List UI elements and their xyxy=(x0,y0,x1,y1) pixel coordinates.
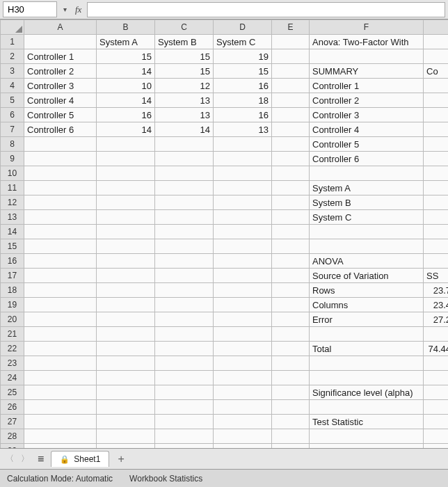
col-header-C[interactable]: C xyxy=(155,20,214,35)
cell-C15[interactable] xyxy=(155,239,214,254)
cell-E23[interactable] xyxy=(272,356,310,371)
cell-A7[interactable]: Controller 6 xyxy=(24,122,97,137)
cell-C18[interactable] xyxy=(155,283,214,298)
cell-E28[interactable] xyxy=(272,429,310,444)
cell-E18[interactable] xyxy=(272,283,310,298)
cell-E26[interactable] xyxy=(272,400,310,415)
cell-A8[interactable] xyxy=(24,137,97,152)
cell-D22[interactable] xyxy=(214,342,272,356)
cell-D2[interactable]: 19 xyxy=(214,49,272,64)
cell-D17[interactable] xyxy=(214,269,272,283)
row-header[interactable]: 2 xyxy=(1,49,24,64)
cell-B19[interactable] xyxy=(97,298,155,312)
cell-G3[interactable]: Co xyxy=(424,64,449,79)
cell-E9[interactable] xyxy=(272,152,310,166)
cell-G8[interactable] xyxy=(424,137,449,152)
cell-C22[interactable] xyxy=(155,342,214,356)
cell-E13[interactable] xyxy=(272,210,310,225)
cell-E11[interactable] xyxy=(272,181,310,195)
cell-G24[interactable] xyxy=(424,371,449,385)
cell-B18[interactable] xyxy=(97,283,155,298)
row-header[interactable]: 11 xyxy=(1,181,24,195)
row-header[interactable]: 4 xyxy=(1,79,24,93)
tab-nav-next-icon[interactable]: 〉 xyxy=(19,453,31,465)
cell-G14[interactable] xyxy=(424,225,449,239)
cell-F2[interactable] xyxy=(310,49,424,64)
cell-D6[interactable]: 16 xyxy=(214,108,272,122)
cell-G18[interactable]: 23.7 xyxy=(424,283,449,298)
cell-A3[interactable]: Controller 2 xyxy=(24,64,97,79)
row-header[interactable]: 18 xyxy=(1,283,24,298)
workbook-stats-label[interactable]: Workbook Statistics xyxy=(129,474,202,484)
cell-G17[interactable]: SS xyxy=(424,269,449,283)
cell-G28[interactable] xyxy=(424,429,449,444)
cell-G20[interactable]: 27.2 xyxy=(424,312,449,327)
cell-D5[interactable]: 18 xyxy=(214,93,272,108)
cell-E27[interactable] xyxy=(272,415,310,429)
cell-C11[interactable] xyxy=(155,181,214,195)
name-box[interactable] xyxy=(3,1,57,17)
calc-mode-label[interactable]: Calculation Mode: Automatic xyxy=(7,474,113,484)
cell-F9[interactable]: Controller 6 xyxy=(310,152,424,166)
cell-G12[interactable] xyxy=(424,195,449,210)
cell-A11[interactable] xyxy=(24,181,97,195)
cell-D11[interactable] xyxy=(214,181,272,195)
cell-F11[interactable]: System A xyxy=(310,181,424,195)
cell-F16[interactable]: ANOVA xyxy=(310,254,424,269)
cell-A14[interactable] xyxy=(24,225,97,239)
cell-C19[interactable] xyxy=(155,298,214,312)
cell-G4[interactable] xyxy=(424,79,449,93)
cell-B9[interactable] xyxy=(97,152,155,166)
cell-F14[interactable] xyxy=(310,225,424,239)
row-header[interactable]: 5 xyxy=(1,93,24,108)
cell-F10[interactable] xyxy=(310,166,424,181)
row-header[interactable]: 21 xyxy=(1,327,24,342)
cell-D4[interactable]: 16 xyxy=(214,79,272,93)
cell-G7[interactable] xyxy=(424,122,449,137)
cell-F12[interactable]: System B xyxy=(310,195,424,210)
cell-A16[interactable] xyxy=(24,254,97,269)
cell-G10[interactable] xyxy=(424,166,449,181)
row-header[interactable]: 1 xyxy=(1,35,24,49)
cell-B12[interactable] xyxy=(97,195,155,210)
col-header-A[interactable]: A xyxy=(24,20,97,35)
cell-B3[interactable]: 14 xyxy=(97,64,155,79)
cell-B7[interactable]: 14 xyxy=(97,122,155,137)
cell-E17[interactable] xyxy=(272,269,310,283)
cell-B25[interactable] xyxy=(97,385,155,400)
cell-B20[interactable] xyxy=(97,312,155,327)
cell-B10[interactable] xyxy=(97,166,155,181)
cell-G27[interactable] xyxy=(424,415,449,429)
cell-F6[interactable]: Controller 3 xyxy=(310,108,424,122)
cell-A18[interactable] xyxy=(24,283,97,298)
cell-C14[interactable] xyxy=(155,225,214,239)
cell-B15[interactable] xyxy=(97,239,155,254)
cell-C4[interactable]: 12 xyxy=(155,79,214,93)
cell-A4[interactable]: Controller 3 xyxy=(24,79,97,93)
cell-D8[interactable] xyxy=(214,137,272,152)
cell-A21[interactable] xyxy=(24,327,97,342)
cell-F8[interactable]: Controller 5 xyxy=(310,137,424,152)
cell-F28[interactable] xyxy=(310,429,424,444)
cell-F20[interactable]: Error xyxy=(310,312,424,327)
add-sheet-icon[interactable]: + xyxy=(113,453,128,465)
cell-D20[interactable] xyxy=(214,312,272,327)
cell-F18[interactable]: Rows xyxy=(310,283,424,298)
cell-F4[interactable]: Controller 1 xyxy=(310,79,424,93)
cell-D19[interactable] xyxy=(214,298,272,312)
cell-B8[interactable] xyxy=(97,137,155,152)
cell-B5[interactable]: 14 xyxy=(97,93,155,108)
cell-B13[interactable] xyxy=(97,210,155,225)
cell-A26[interactable] xyxy=(24,400,97,415)
cell-C1[interactable]: System B xyxy=(155,35,214,49)
cell-F24[interactable] xyxy=(310,371,424,385)
cell-A25[interactable] xyxy=(24,385,97,400)
cell-C21[interactable] xyxy=(155,327,214,342)
row-header[interactable]: 14 xyxy=(1,225,24,239)
cell-A9[interactable] xyxy=(24,152,97,166)
cell-E19[interactable] xyxy=(272,298,310,312)
cell-G25[interactable] xyxy=(424,385,449,400)
cell-E14[interactable] xyxy=(272,225,310,239)
cell-G2[interactable] xyxy=(424,49,449,64)
cell-E1[interactable] xyxy=(272,35,310,49)
